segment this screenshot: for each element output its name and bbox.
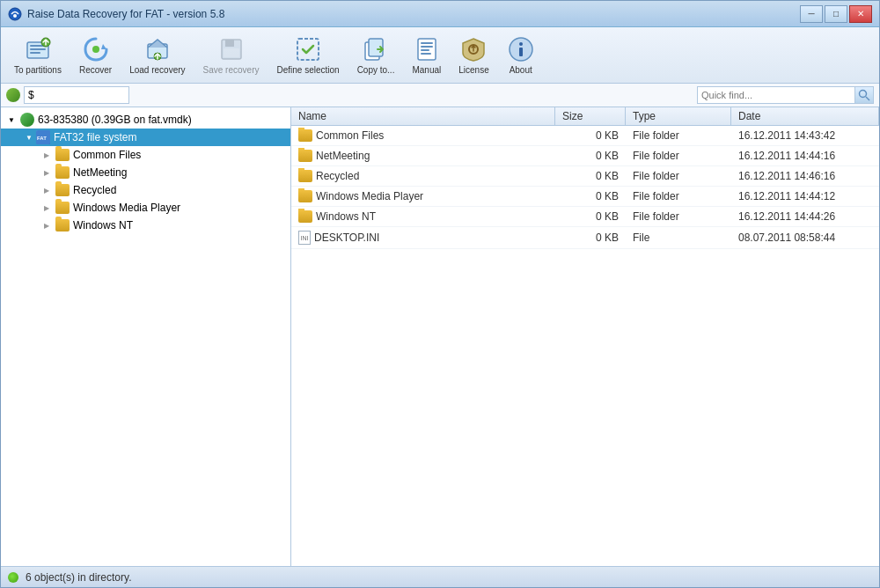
svg-rect-4 bbox=[30, 48, 46, 50]
list-item[interactable]: Common Files 0 KB File folder 16.12.2011… bbox=[291, 126, 879, 146]
manual-icon bbox=[413, 35, 441, 63]
maximize-button[interactable]: □ bbox=[825, 5, 847, 23]
load-recovery-icon bbox=[143, 35, 172, 63]
address-input[interactable] bbox=[24, 86, 129, 104]
file-date: 08.07.2011 08:58:44 bbox=[731, 230, 879, 246]
tree-item-disk[interactable]: ▼ 63-835380 (0.39GB on fat.vmdk) bbox=[1, 111, 290, 129]
address-bar bbox=[1, 84, 879, 107]
load-recovery-label: Load recovery bbox=[129, 65, 185, 75]
copy-to-label: Copy to... bbox=[357, 65, 395, 75]
file-type: File folder bbox=[626, 188, 731, 204]
recover-button[interactable]: Recover bbox=[71, 31, 120, 79]
statusbar: 6 object(s) in directory. bbox=[1, 566, 879, 587]
to-partitions-label: To partitions bbox=[14, 65, 62, 75]
disk-expander[interactable]: ▼ bbox=[4, 113, 18, 127]
svg-rect-5 bbox=[30, 52, 40, 54]
svg-rect-17 bbox=[421, 42, 433, 44]
tree-common-files-label: Common Files bbox=[73, 149, 141, 161]
license-button[interactable]: License bbox=[451, 31, 496, 79]
define-selection-button[interactable]: Define selection bbox=[268, 31, 347, 79]
svg-line-26 bbox=[866, 97, 869, 100]
tree-wmp-label: Windows Media Player bbox=[73, 202, 180, 214]
tree-panel: ▼ 63-835380 (0.39GB on fat.vmdk) ▼ FAT F… bbox=[1, 107, 291, 566]
tree-netmeeting-label: NetMeeting bbox=[73, 166, 127, 179]
tree-item-wmp[interactable]: ▶ Windows Media Player bbox=[1, 199, 290, 217]
tree-recycled-label: Recycled bbox=[73, 184, 116, 196]
tree-item-netmeeting[interactable]: ▶ NetMeeting bbox=[1, 164, 290, 181]
col-type[interactable]: Type bbox=[626, 107, 731, 125]
svg-rect-18 bbox=[421, 46, 433, 48]
main-content: ▼ 63-835380 (0.39GB on fat.vmdk) ▼ FAT F… bbox=[1, 107, 879, 566]
tree-item-common-files[interactable]: ▶ Common Files bbox=[1, 146, 290, 164]
recover-icon bbox=[82, 35, 110, 63]
tree-item-recycled[interactable]: ▶ Recycled bbox=[1, 181, 290, 199]
file-date: 16.12.2011 14:46:16 bbox=[731, 168, 879, 184]
svg-point-7 bbox=[92, 46, 99, 53]
svg-point-23 bbox=[519, 42, 523, 46]
search-area bbox=[697, 86, 874, 104]
list-item[interactable]: NetMeeting 0 KB File folder 16.12.2011 1… bbox=[291, 146, 879, 166]
about-icon bbox=[507, 35, 535, 63]
file-name: Windows NT bbox=[291, 209, 555, 224]
tree-wnt-label: Windows NT bbox=[73, 219, 133, 232]
load-recovery-button[interactable]: Load recovery bbox=[121, 31, 193, 79]
minimize-button[interactable]: ─ bbox=[800, 5, 823, 23]
fat32-expander[interactable]: ▼ bbox=[22, 130, 36, 144]
file-date: 16.12.2011 14:44:12 bbox=[731, 188, 879, 204]
wmp-expander[interactable]: ▶ bbox=[40, 201, 54, 215]
svg-rect-24 bbox=[519, 48, 523, 56]
save-recovery-button[interactable]: Save recovery bbox=[195, 31, 268, 79]
file-name: Recycled bbox=[291, 168, 555, 184]
recycled-expander[interactable]: ▶ bbox=[40, 183, 54, 197]
define-selection-icon bbox=[294, 35, 322, 63]
copy-to-icon bbox=[362, 35, 390, 63]
main-window: Raise Data Recovery for FAT - version 5.… bbox=[0, 0, 880, 588]
file-size: 0 KB bbox=[555, 188, 626, 204]
about-button[interactable]: About bbox=[499, 31, 543, 79]
titlebar-left: Raise Data Recovery for FAT - version 5.… bbox=[8, 7, 224, 21]
list-item[interactable]: Windows NT 0 KB File folder 16.12.2011 1… bbox=[291, 207, 879, 227]
search-input[interactable] bbox=[697, 86, 855, 104]
copy-to-button[interactable]: Copy to... bbox=[349, 31, 403, 79]
list-item[interactable]: Recycled 0 KB File folder 16.12.2011 14:… bbox=[291, 166, 879, 187]
status-indicator bbox=[8, 572, 18, 583]
to-partitions-button[interactable]: To partitions bbox=[6, 31, 70, 79]
svg-rect-12 bbox=[224, 48, 239, 57]
tree-item-fat32[interactable]: ▼ FAT FAT32 file system bbox=[1, 129, 290, 146]
save-recovery-icon bbox=[217, 35, 246, 63]
list-header: Name Size Type Date bbox=[291, 107, 879, 126]
license-icon bbox=[459, 35, 488, 63]
file-name: NetMeeting bbox=[291, 148, 555, 164]
list-item[interactable]: Windows Media Player 0 KB File folder 16… bbox=[291, 187, 879, 207]
address-icon bbox=[6, 88, 20, 102]
netmeeting-expander[interactable]: ▶ bbox=[40, 165, 54, 180]
file-size: 0 KB bbox=[555, 209, 626, 224]
file-size: 0 KB bbox=[555, 230, 626, 246]
file-name: Windows Media Player bbox=[291, 188, 555, 204]
file-type: File bbox=[626, 230, 731, 246]
tree-item-wnt[interactable]: ▶ Windows NT bbox=[1, 217, 290, 234]
app-icon bbox=[8, 7, 22, 21]
define-selection-label: Define selection bbox=[276, 65, 339, 75]
col-size[interactable]: Size bbox=[555, 107, 626, 125]
svg-point-1 bbox=[13, 14, 17, 18]
file-name: Common Files bbox=[291, 128, 555, 143]
toolbar: To partitions Recover Loa bbox=[1, 27, 879, 84]
file-type: File folder bbox=[626, 148, 731, 164]
close-button[interactable]: ✕ bbox=[849, 5, 872, 23]
file-date: 16.12.2011 14:44:26 bbox=[731, 209, 879, 224]
search-button[interactable] bbox=[854, 86, 874, 104]
file-type: File folder bbox=[626, 168, 731, 184]
manual-label: Manual bbox=[412, 65, 441, 75]
recover-label: Recover bbox=[79, 65, 112, 75]
disk-icon bbox=[20, 113, 34, 127]
window-title: Raise Data Recovery for FAT - version 5.… bbox=[27, 8, 224, 20]
common-files-expander[interactable]: ▶ bbox=[40, 148, 54, 162]
list-item[interactable]: INI DESKTOP.INI 0 KB File 08.07.2011 08:… bbox=[291, 227, 879, 249]
manual-button[interactable]: Manual bbox=[404, 31, 449, 79]
col-date[interactable]: Date bbox=[731, 107, 879, 125]
file-name: INI DESKTOP.INI bbox=[291, 229, 555, 246]
file-date: 16.12.2011 14:43:42 bbox=[731, 128, 879, 143]
col-name[interactable]: Name bbox=[291, 107, 555, 125]
wnt-expander[interactable]: ▶ bbox=[40, 218, 54, 232]
